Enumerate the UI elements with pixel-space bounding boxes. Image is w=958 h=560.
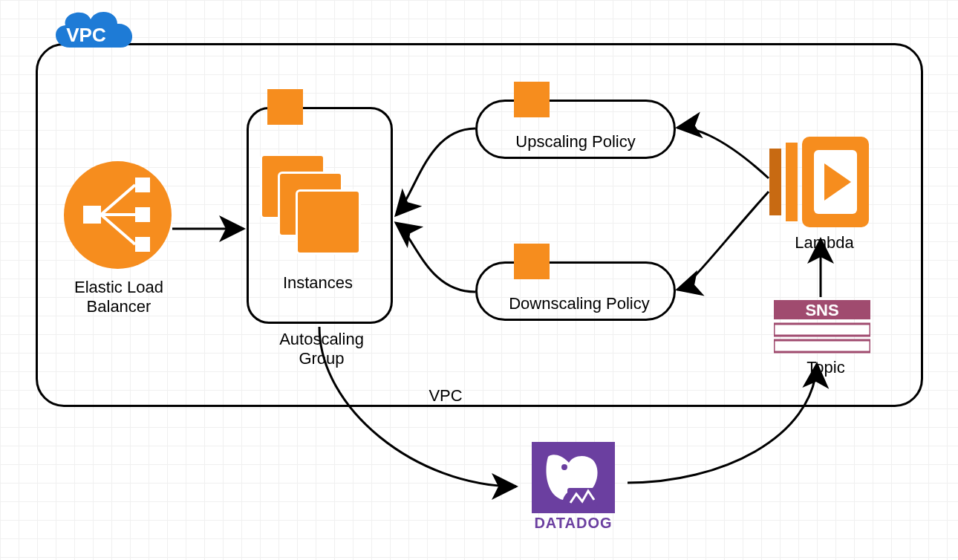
svg-rect-0 — [83, 206, 101, 224]
instances-label: Instances — [266, 273, 370, 293]
downscale-square-icon — [514, 244, 550, 279]
vpc-label-bottom: VPC — [416, 386, 475, 406]
elb-label: Elastic Load Balancer — [58, 278, 180, 317]
svg-rect-14 — [774, 324, 870, 336]
vpc-cloud-text: VPC — [66, 24, 106, 46]
svg-point-17 — [561, 464, 567, 470]
elb-icon — [64, 161, 172, 269]
svg-rect-7 — [769, 149, 781, 215]
svg-text:DATADOG: DATADOG — [534, 515, 612, 531]
asg-label: Autoscaling Group — [258, 330, 385, 369]
svg-rect-3 — [135, 237, 150, 252]
lambda-icon — [763, 134, 875, 230]
svg-rect-1 — [135, 178, 150, 192]
svg-rect-2 — [135, 207, 150, 222]
sns-label: Topic — [796, 358, 856, 377]
svg-text:SNS: SNS — [805, 301, 838, 319]
upscale-label: Upscaling Policy — [490, 132, 661, 152]
svg-line-6 — [101, 215, 135, 244]
sns-icon: SNS — [774, 300, 870, 356]
diagram-canvas: VPC VPC Elastic Load Balancer Instances … — [0, 0, 958, 560]
svg-line-4 — [101, 185, 135, 215]
vpc-cloud-icon: VPC — [46, 3, 141, 59]
downscale-label: Downscaling Policy — [486, 294, 672, 313]
asg-square-icon — [267, 89, 303, 125]
svg-rect-8 — [786, 143, 798, 221]
datadog-icon: DATADOG — [521, 442, 625, 531]
upscale-square-icon — [514, 82, 550, 117]
lambda-label: Lambda — [787, 233, 861, 253]
svg-rect-15 — [774, 340, 870, 352]
